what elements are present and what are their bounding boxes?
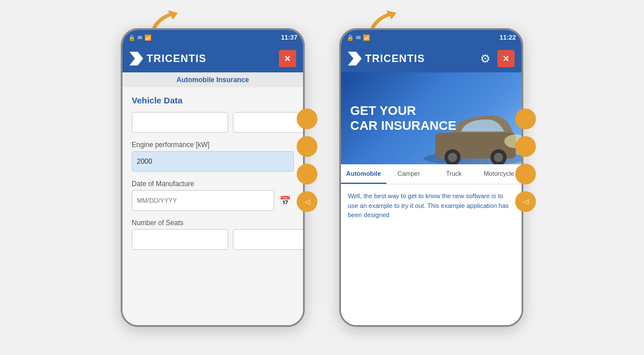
calendar-icon[interactable]: 📅 <box>277 192 294 209</box>
vehicle-row: ▼ <box>132 112 294 133</box>
signal-icon: 📶 <box>144 34 151 41</box>
svg-point-5 <box>448 153 457 162</box>
left-logo-area: TRICENTIS <box>129 52 206 65</box>
hero-text: GET YOUR CAR INSURANCE <box>350 103 457 134</box>
right-phone: 🔒 ✉ 📶 11:22 TRICENTIS ⚙ × <box>339 28 523 327</box>
right-side-buttons: ◁ <box>515 109 536 212</box>
lock-icon: 🔒 <box>128 34 135 41</box>
description-text: Well, the best way to get to know the ne… <box>348 191 515 220</box>
right-logo-icon <box>348 52 362 65</box>
tab-automobile[interactable]: Automobile <box>341 164 386 184</box>
left-logo-text: TRICENTIS <box>147 53 206 65</box>
right-status-bar: 🔒 ✉ 📶 11:22 <box>341 30 522 45</box>
right-side-btn-1[interactable] <box>515 109 536 129</box>
vehicle-input-2[interactable] <box>233 112 303 133</box>
date-input[interactable] <box>132 190 274 211</box>
left-side-btn-3[interactable] <box>297 164 317 184</box>
left-close-button[interactable]: × <box>279 50 296 67</box>
right-lock-icon: 🔒 <box>347 34 354 41</box>
hero-line2: CAR INSURANCE <box>350 118 457 133</box>
hero-image: GET YOUR CAR INSURANCE <box>341 72 522 164</box>
seats-input-2[interactable] <box>233 229 303 250</box>
manufacture-label: Date of Manufacture <box>132 180 294 188</box>
engine-label: Engine performance [kW] <box>132 141 294 149</box>
engine-input[interactable] <box>132 151 294 172</box>
date-input-row: 📅 <box>132 190 294 211</box>
left-logo-icon <box>129 52 143 65</box>
left-side-btn-back[interactable]: ◁ <box>297 191 317 212</box>
seats-row: ▼ <box>132 229 294 250</box>
left-status-icons: 🔒 ✉ 📶 <box>128 34 151 41</box>
description-area: Well, the best way to get to know the ne… <box>341 184 522 325</box>
hero-line1: GET YOUR <box>350 103 457 118</box>
tab-truck[interactable]: Truck <box>431 164 477 184</box>
right-logo-text: TRICENTIS <box>365 53 425 65</box>
right-logo-area: TRICENTIS <box>348 52 425 65</box>
right-side-btn-back[interactable]: ◁ <box>515 191 536 212</box>
left-sub-header: Automobile Insurance <box>122 72 303 87</box>
left-phone: 🔒 ✉ 📶 11:37 TRICENTIS × Automobile Insur… <box>121 28 305 327</box>
tab-camper[interactable]: Camper <box>386 164 432 184</box>
left-status-bar: 🔒 ✉ 📶 11:37 <box>122 30 303 45</box>
vehicle-data-title: Vehicle Data <box>132 95 294 105</box>
left-form-content: Vehicle Data ▼ Engine performance [kW] D… <box>122 87 303 325</box>
right-app-header: TRICENTIS ⚙ × <box>341 45 522 72</box>
left-sub-header-text: Automobile Insurance <box>177 76 249 84</box>
right-signal-icon: 📶 <box>363 34 370 41</box>
tabs-row: Automobile Camper Truck Motorcycle <box>341 164 522 184</box>
right-phone-wrapper: 🔒 ✉ 📶 11:22 TRICENTIS ⚙ × <box>339 28 523 327</box>
left-phone-wrapper: 🔒 ✉ 📶 11:37 TRICENTIS × Automobile Insur… <box>121 28 305 327</box>
seats-label: Number of Seats <box>132 219 294 227</box>
page-wrapper: 🔒 ✉ 📶 11:37 TRICENTIS × Automobile Insur… <box>0 0 644 355</box>
gear-icon[interactable]: ⚙ <box>477 50 494 67</box>
right-mail-icon: ✉ <box>356 34 361 41</box>
right-close-button[interactable]: × <box>497 50 515 67</box>
left-side-btn-1[interactable] <box>297 109 317 129</box>
left-side-btn-2[interactable] <box>297 136 317 157</box>
left-app-header: TRICENTIS × <box>122 45 303 72</box>
left-side-buttons: ◁ <box>297 109 317 212</box>
left-status-time: 11:37 <box>281 34 297 41</box>
svg-point-7 <box>494 153 503 162</box>
manufacture-group: Date of Manufacture 📅 <box>132 180 294 211</box>
right-header-actions: ⚙ × <box>477 50 515 67</box>
engine-group: Engine performance [kW] <box>132 141 294 172</box>
vehicle-input-1[interactable] <box>132 112 228 133</box>
mail-icon: ✉ <box>137 34 142 41</box>
right-status-icons: 🔒 ✉ 📶 <box>347 34 370 41</box>
right-status-time: 11:22 <box>500 34 516 41</box>
seats-input-1[interactable] <box>132 229 228 250</box>
right-side-btn-2[interactable] <box>515 136 536 157</box>
seats-group: Number of Seats ▼ <box>132 219 294 258</box>
right-side-btn-3[interactable] <box>515 164 536 184</box>
